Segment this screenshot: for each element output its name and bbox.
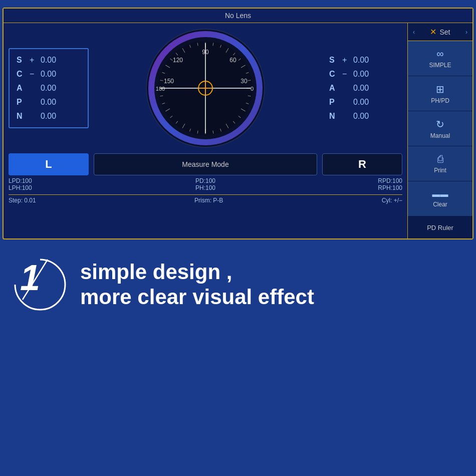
right-A-row: A 0.00 [329,81,395,95]
sidebar-left-arrow[interactable]: ‹ [413,29,415,36]
right-P-row: P 0.00 [329,95,395,109]
measure-mode-button[interactable]: Measure Mode [94,153,317,175]
print-button[interactable]: ⎙ Print [408,146,472,181]
phpd-button[interactable]: ⊞ PH/PD [408,76,472,111]
right-S-row: S + 0.00 [329,53,395,67]
pd-ruler-button[interactable]: PD Ruler [408,216,472,239]
sidebar-right-arrow[interactable]: › [465,29,467,36]
bottom-text-section: 1 simple design , more clear visual effe… [0,240,476,315]
large-number: 1 [20,260,40,296]
number-circle: 1 [10,255,70,315]
measurements-row: S + 0.00 C − 0.00 A 0.00 [9,28,402,148]
clear-icon: ▬▬ [432,190,448,199]
svg-text:150: 150 [164,78,174,85]
main-content: S + 0.00 C − 0.00 A 0.00 [4,23,407,239]
status-row: Step: 0.01 Prism: P-B Cyl: +/− [9,194,402,204]
rph-value: RPH:100 [275,184,402,191]
svg-text:180: 180 [156,86,165,92]
right-pd-section: RPD:100 RPH:100 [275,177,402,191]
compass-dial: 90 60 30 0 180 150 120 [145,28,266,148]
svg-text:0: 0 [251,86,254,92]
cyl-status: Cyl: +/− [382,197,402,204]
lph-value: LPH:100 [9,184,136,191]
rpd-value: RPD:100 [275,177,402,184]
manual-label: Manual [430,132,450,139]
right-measurements-box: S + 0.00 C − 0.00 A 0.00 [322,49,402,127]
right-C-row: C − 0.00 [329,67,395,81]
settings-icon: ✕ [430,27,436,37]
left-P-row: P 0.00 [17,95,81,109]
tagline-line1: simple design , [80,260,466,285]
R-button[interactable]: R [322,153,402,175]
infinity-icon: ∞ [436,48,443,60]
pd-value: PD:100 [141,177,269,184]
ph-value: PH:100 [141,184,269,191]
left-A-row: A 0.00 [17,81,81,95]
L-button[interactable]: L [9,153,89,175]
pd-info-row: LPD:100 LPH:100 PD:100 PH:100 RPD:100 RP… [9,177,402,191]
svg-text:60: 60 [229,57,236,64]
lpd-value: LPD:100 [9,177,136,184]
bottom-row: L Measure Mode R [9,153,402,175]
step-status: Step: 0.01 [9,197,36,204]
prism-status: Prism: P-B [194,197,223,204]
right-N-row: N 0.00 [329,109,395,123]
print-icon: ⎙ [437,153,443,165]
sidebar-header: ‹ ✕ Set › [408,23,472,41]
phgrid-label: PH/PD [431,97,449,104]
left-N-row: N 0.00 [17,109,81,123]
clear-button[interactable]: ▬▬ Clear [408,181,472,216]
tagline-block: simple design , more clear visual effect [70,260,466,310]
tagline-line2: more clear visual effect [80,285,466,310]
sidebar: ‹ ✕ Set › ∞ SIMPLE ⊞ PH/PD ↻ Manual ⎙ [407,23,472,239]
clear-label: Clear [433,201,447,208]
manual-button[interactable]: ↻ Manual [408,111,472,146]
pd-ruler-label: PD Ruler [427,224,453,231]
simple-button[interactable]: ∞ SIMPLE [408,41,472,76]
panel-header: No Lens [4,9,472,23]
manual-icon: ↻ [436,118,444,130]
main-panel: No Lens S + 0.00 C − 0.00 [3,8,473,240]
left-C-row: C − 0.00 [17,67,81,81]
center-pd-section: PD:100 PH:100 [141,177,269,191]
phpd-icon: ⊞ [436,83,444,95]
simple-label: SIMPLE [429,62,451,69]
left-S-row: S + 0.00 [17,53,81,67]
svg-text:30: 30 [241,78,248,85]
svg-text:120: 120 [173,57,183,64]
left-pd-section: LPD:100 LPH:100 [9,177,136,191]
set-label: Set [439,28,450,36]
no-lens-label: No Lens [225,12,251,20]
left-measurements-box: S + 0.00 C − 0.00 A 0.00 [9,48,89,128]
panel-body: S + 0.00 C − 0.00 A 0.00 [4,23,472,239]
print-label: Print [434,167,446,174]
dial-container: 90 60 30 0 180 150 120 [94,28,317,148]
